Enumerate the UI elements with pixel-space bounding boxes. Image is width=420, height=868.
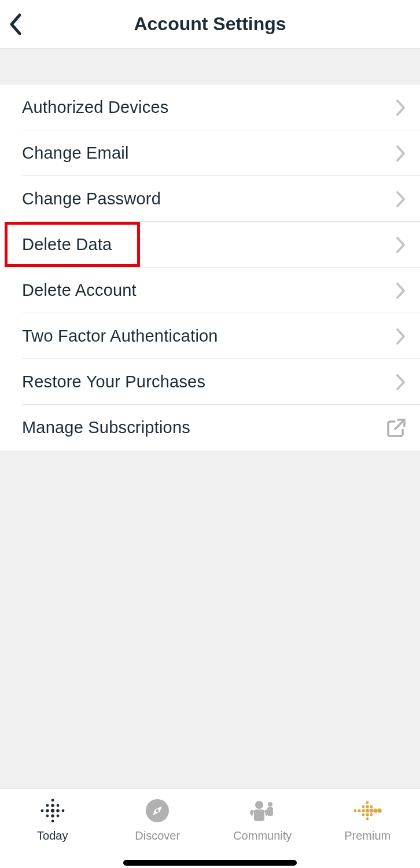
svg-point-5 [40, 810, 43, 812]
svg-point-1 [51, 799, 54, 802]
row-change-email[interactable]: Change Email [0, 130, 420, 176]
svg-point-26 [362, 809, 365, 812]
row-label: Delete Account [22, 281, 396, 300]
svg-point-16 [255, 801, 263, 809]
tab-label: Community [233, 829, 292, 843]
chevron-right-icon [396, 145, 406, 162]
chevron-right-icon [396, 99, 406, 116]
svg-point-6 [46, 809, 49, 812]
svg-point-25 [358, 809, 361, 812]
chevron-right-icon [396, 328, 406, 345]
back-chevron-icon [8, 13, 24, 36]
home-indicator [123, 860, 297, 866]
row-label: Manage Subscriptions [22, 418, 386, 437]
people-icon [248, 797, 278, 825]
svg-point-9 [61, 810, 64, 812]
svg-point-3 [51, 804, 54, 807]
row-label: Delete Data [22, 235, 396, 254]
svg-point-30 [377, 808, 382, 813]
svg-point-28 [370, 809, 374, 813]
tab-label: Today [37, 829, 68, 843]
row-restore-your-purchases[interactable]: Restore Your Purchases [0, 359, 420, 405]
chevron-right-icon [396, 191, 406, 208]
svg-point-33 [370, 814, 373, 816]
row-label: Authorized Devices [22, 98, 396, 117]
svg-point-23 [370, 805, 373, 808]
svg-point-27 [366, 809, 369, 812]
header: Account Settings [0, 0, 420, 49]
tab-community[interactable]: Community [210, 797, 315, 868]
svg-point-29 [374, 808, 378, 812]
svg-point-4 [56, 804, 59, 807]
row-delete-account[interactable]: Delete Account [0, 268, 420, 313]
chevron-right-icon [396, 373, 406, 391]
svg-point-8 [56, 809, 60, 812]
svg-point-7 [51, 809, 54, 812]
row-label: Restore Your Purchases [22, 372, 396, 391]
row-authorized-devices[interactable]: Authorized Devices [0, 85, 420, 130]
svg-point-10 [46, 815, 49, 818]
chevron-right-icon [396, 236, 406, 254]
svg-point-34 [366, 818, 369, 821]
tab-label: Premium [344, 829, 390, 843]
premium-icon [352, 797, 383, 825]
row-two-factor-authentication[interactable]: Two Factor Authentication [0, 313, 420, 359]
compass-icon [143, 797, 171, 825]
row-change-password[interactable]: Change Password [0, 176, 420, 222]
svg-point-22 [366, 805, 369, 808]
tab-bar: Today Discover Community [0, 788, 420, 868]
row-delete-data[interactable]: Delete Data [0, 222, 420, 268]
chevron-right-icon [396, 282, 406, 299]
svg-point-2 [46, 804, 49, 807]
row-label: Change Email [22, 144, 396, 163]
svg-rect-19 [267, 807, 273, 816]
svg-point-12 [56, 815, 59, 818]
screen: Account Settings Authorized Devices Chan… [0, 0, 420, 868]
row-label: Two Factor Authentication [22, 327, 396, 346]
svg-point-15 [156, 810, 159, 812]
svg-point-13 [51, 820, 54, 823]
svg-point-18 [268, 802, 272, 807]
svg-point-11 [51, 814, 54, 818]
svg-rect-17 [254, 810, 264, 821]
external-link-icon [386, 418, 406, 438]
section-spacer [0, 49, 420, 85]
fitbit-icon [39, 797, 67, 825]
tab-today[interactable]: Today [0, 797, 105, 868]
settings-list: Authorized Devices Change Email Change P… [0, 85, 420, 451]
row-label: Change Password [22, 189, 396, 208]
page-title: Account Settings [134, 13, 286, 35]
tab-discover[interactable]: Discover [105, 797, 211, 868]
svg-line-0 [395, 420, 404, 429]
back-button[interactable] [8, 0, 24, 48]
svg-point-21 [362, 805, 365, 808]
svg-point-32 [366, 813, 369, 816]
svg-point-31 [362, 814, 365, 816]
row-manage-subscriptions[interactable]: Manage Subscriptions [0, 405, 420, 451]
svg-point-20 [366, 801, 369, 804]
tab-label: Discover [135, 829, 180, 843]
tab-premium[interactable]: Premium [315, 797, 421, 868]
svg-point-24 [354, 810, 357, 812]
